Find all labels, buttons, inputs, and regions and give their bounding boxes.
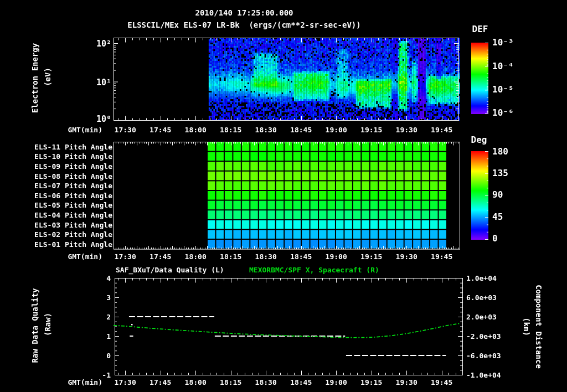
time-tick-label-panel2: 19:30 [396,253,417,260]
time-tick-label-panel3: 19:00 [326,379,347,386]
time-tick-label-panel2: 17:30 [115,253,136,260]
def-tick-1e-3: 10⁻³ [492,38,514,47]
els-row-label: ELS-01 Pitch Angle [34,240,112,247]
time-tick-label-panel3: 19:45 [431,379,452,386]
els-row-label: ELS-08 Pitch Angle [34,172,112,179]
top-gmt-label: GMT(min) [68,126,102,133]
time-tick-label-panel3: 17:45 [150,379,171,386]
def-tick-1e-6: 10⁻⁶ [492,109,514,117]
time-tick-label-panel3: 18:45 [290,379,312,386]
els-row-label: ELS-02 Pitch Angle [34,231,112,238]
bottom-title-right: MEXORBMC/SPF X, Spacecraft (R) [249,266,379,274]
els-row-label: ELS-05 Pitch Angle [34,202,112,209]
time-tick-label-panel2: 18:00 [185,253,207,260]
time-tick-label-panel3: 18:00 [185,379,207,386]
bottom-gmt-label: GMT(min) [68,379,102,386]
time-tick-label-panel2: 19:15 [360,253,382,260]
els-row-label: ELS-06 Pitch Angle [34,192,112,199]
timestamp-title: 2010/140 17:25:00.000 [195,9,293,17]
bottom-left-tick-label: -1 [102,372,111,379]
time-tick-label-panel3: 18:30 [255,379,277,386]
time-tick-label-panel1: 19:15 [360,126,382,133]
bottom-right-tick-label: 2.0e+03 [466,313,497,321]
bottom-title-left: SAF_BXuT/Data Quality (L) [116,266,224,274]
bottom-right-tick-label: -2.0e+03 [466,333,501,340]
def-colorbar-title: DEF [472,25,488,34]
top-ytick-100ev: 10² [96,40,111,48]
bottom-right-tick-label: -6.0e+03 [466,352,501,359]
time-tick-label-panel1: 18:45 [290,126,312,133]
els-row-label: ELS-03 Pitch Angle [34,221,112,228]
time-tick-label-panel2: 18:45 [290,253,312,260]
time-tick-label-panel3: 18:15 [220,379,241,386]
bottom-left-tick-label: 0 [106,352,111,359]
time-tick-label-panel2: 18:30 [255,253,277,260]
deg-tick-45: 45 [492,213,503,221]
def-tick-1e-4: 10⁻⁴ [492,62,514,71]
bottom-left-tick-label: 1 [106,333,111,340]
els-row-label: ELS-10 Pitch Angle [34,153,112,160]
time-tick-label-panel3: 17:30 [115,379,136,386]
deg-tick-135: 135 [492,169,508,178]
time-tick-label-panel1: 17:45 [150,126,171,133]
deg-tick-0: 0 [492,234,498,243]
bottom-ylabel-km-unit: (km) [523,317,530,336]
bottom-ylabel-component-distance: Component Distance [535,285,543,369]
mid-gmt-label: GMT(min) [68,253,102,260]
els-row-label: ELS-09 Pitch Angle [34,163,112,170]
time-tick-label-panel2: 18:15 [220,253,241,260]
bottom-right-tick-label: -1.0e+04 [466,372,501,379]
bottom-right-tick-label: 1.0e+04 [466,275,497,282]
deg-colorbar-title: Deg [471,136,487,145]
els-row-label: ELS-07 Pitch Angle [34,182,112,189]
top-ylabel-electron-energy: Electron Energy [31,43,39,113]
els-row-label: ELS-11 Pitch Angle [34,143,112,150]
bottom-ylabel-raw-quality: Raw Data Quality [31,288,39,363]
time-tick-label-panel2: 19:00 [326,253,347,260]
bottom-ylabel-raw-unit: (Raw) [44,313,51,336]
time-tick-label-panel2: 17:45 [150,253,171,260]
time-tick-label-panel1: 18:00 [185,126,207,133]
top-ytick-1ev: 10⁰ [96,115,111,123]
time-tick-label-panel1: 18:15 [220,126,241,133]
bottom-right-tick-label: 6.0e+03 [466,294,497,301]
time-tick-label-panel1: 19:45 [431,126,452,133]
deg-tick-180: 180 [492,147,508,156]
bottom-left-tick-label: 3 [106,294,111,301]
top-ytick-10ev: 10¹ [96,79,111,87]
time-tick-label-panel2: 19:45 [431,253,452,260]
dataset-title: ELSSCIL/MEx ELS-07 LR-Bk (ergs/(cm**2-sr… [127,21,360,29]
deg-tick-90: 90 [492,190,503,199]
time-tick-label-panel1: 19:30 [396,126,417,133]
time-tick-label-panel1: 19:00 [326,126,347,133]
def-tick-1e-5: 10⁻⁵ [492,85,514,94]
time-tick-label-panel1: 17:30 [115,126,136,133]
top-ylabel-ev-unit: (eV) [44,68,51,86]
bottom-left-tick-label: 4 [106,275,111,282]
time-tick-label-panel1: 18:30 [255,126,277,133]
plot-screen: 2010/140 17:25:00.000 ELSSCIL/MEx ELS-07… [0,0,567,392]
time-tick-label-panel3: 19:15 [360,379,382,386]
bottom-left-tick-label: 2 [106,313,111,321]
els-row-label: ELS-04 Pitch Angle [34,212,112,219]
time-tick-label-panel3: 19:30 [396,379,417,386]
